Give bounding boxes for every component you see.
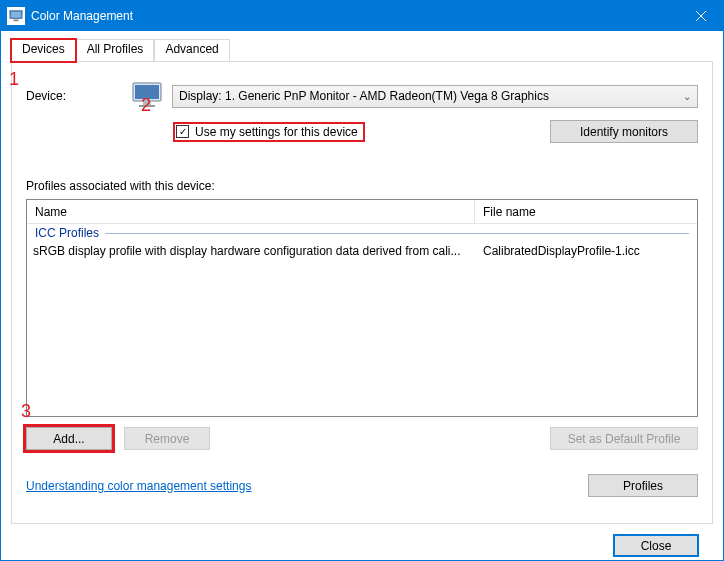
profiles-section-label: Profiles associated with this device: [26,179,698,193]
column-name[interactable]: Name [27,200,475,223]
profile-list[interactable]: Name File name ICC Profiles sRGB display… [26,199,698,417]
profile-group-label: ICC Profiles [35,226,99,240]
remove-button: Remove [124,427,210,450]
profile-row[interactable]: sRGB display profile with display hardwa… [27,242,697,260]
group-divider [105,233,689,234]
identify-monitors-button[interactable]: Identify monitors [550,120,698,143]
tab-all-profiles[interactable]: All Profiles [76,39,155,61]
profiles-button[interactable]: Profiles [588,474,698,497]
profile-group-row: ICC Profiles [27,224,697,242]
close-button[interactable]: Close [613,534,699,557]
window-close-button[interactable] [678,1,723,31]
window-title: Color Management [31,9,678,23]
close-icon [696,11,706,21]
tab-strip: Devices All Profiles Advanced [11,39,713,62]
device-label: Device: [26,89,130,103]
tab-devices[interactable]: Devices [11,39,76,62]
annotation-3: 3 [21,401,31,422]
chevron-down-icon: ⌄ [683,91,691,102]
help-link[interactable]: Understanding color management settings [26,479,251,493]
profile-name: sRGB display profile with display hardwa… [27,244,475,258]
titlebar: Color Management [1,1,723,31]
annotation-1: 1 [9,69,19,90]
add-button[interactable]: Add... [26,427,112,450]
use-my-settings-checkbox-wrap[interactable]: ✓ Use my settings for this device [174,123,364,141]
svg-rect-1 [11,12,22,18]
tab-advanced[interactable]: Advanced [154,39,229,61]
annotation-2: 2 [141,95,151,116]
profile-file: CalibratedDisplayProfile-1.icc [475,244,697,258]
use-my-settings-checkbox[interactable]: ✓ [176,125,189,138]
svg-rect-2 [13,20,18,22]
column-file[interactable]: File name [475,200,697,223]
device-dropdown[interactable]: Display: 1. Generic PnP Monitor - AMD Ra… [172,85,698,108]
set-default-button: Set as Default Profile [550,427,698,450]
profile-list-header: Name File name [27,200,697,224]
device-dropdown-value: Display: 1. Generic PnP Monitor - AMD Ra… [179,89,549,103]
devices-panel: Device: Display: 1. Generic PnP Monitor … [11,62,713,524]
app-icon [7,7,25,25]
use-my-settings-label: Use my settings for this device [195,125,358,139]
